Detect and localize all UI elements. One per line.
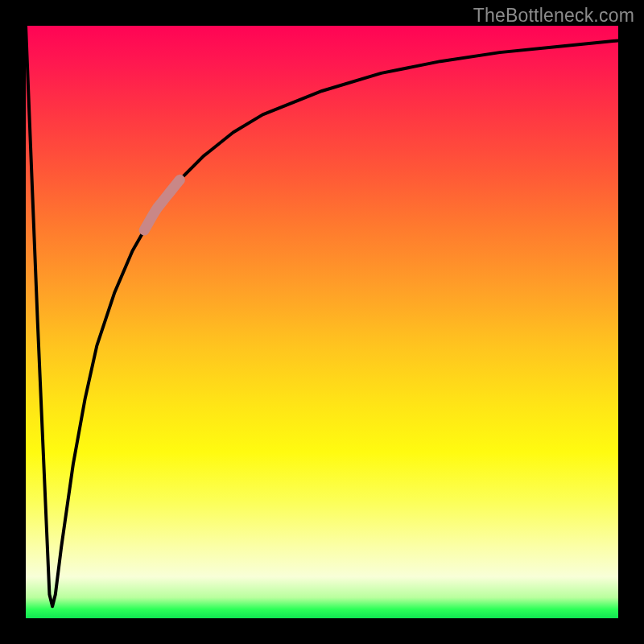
plot-area: [26, 26, 618, 618]
chart-frame: TheBottleneck.com: [0, 0, 644, 644]
bottleneck-curve: [26, 26, 618, 606]
curve-highlight-segment: [144, 180, 180, 230]
curve-main-path: [26, 26, 618, 606]
curve-svg: [26, 26, 618, 618]
watermark-text: TheBottleneck.com: [473, 5, 634, 27]
